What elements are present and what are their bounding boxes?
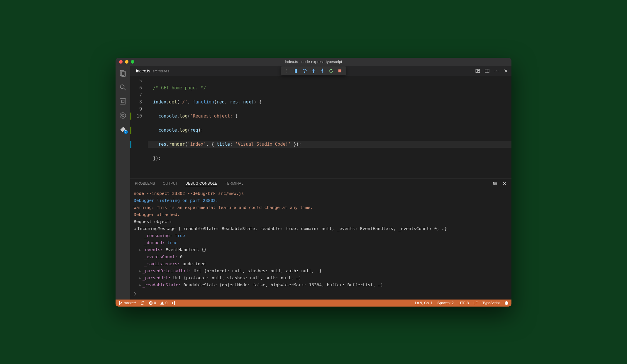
svg-rect-32 xyxy=(296,69,297,73)
window-title: index.ts - node-express-typescript xyxy=(116,59,511,64)
search-icon[interactable] xyxy=(119,84,127,91)
svg-point-35 xyxy=(313,72,314,73)
svg-point-48 xyxy=(505,301,508,305)
clear-console-icon[interactable] xyxy=(493,181,497,186)
repl-input[interactable] xyxy=(138,290,508,297)
cursor-position[interactable]: Ln 9, Col 1 xyxy=(415,301,433,305)
source-control-icon[interactable] xyxy=(119,98,127,105)
svg-point-16 xyxy=(498,71,499,72)
svg-point-27 xyxy=(286,70,287,71)
errors-count[interactable]: 0 xyxy=(149,301,156,305)
status-bar: master* 0 0 Ln 9, Col 1 Spaces: 2 UTF-8 … xyxy=(116,300,511,307)
svg-point-47 xyxy=(174,303,175,305)
line-gutter: 5 6 7 8 9 10 xyxy=(130,77,148,176)
tab-terminal[interactable]: TERMINAL xyxy=(225,181,243,186)
svg-point-49 xyxy=(506,302,506,303)
svg-point-30 xyxy=(288,72,288,72)
svg-point-15 xyxy=(496,71,497,72)
tab-path: src/routes xyxy=(152,69,169,73)
eol[interactable]: LF xyxy=(473,301,478,305)
console-prop: _eventsCount: 0 xyxy=(139,253,508,260)
svg-point-50 xyxy=(507,302,507,303)
code-editor[interactable]: 5 6 7 8 9 10 /* GET home page. */ index.… xyxy=(130,76,511,178)
restart-button[interactable] xyxy=(327,67,335,75)
encoding[interactable]: UTF-8 xyxy=(458,301,469,305)
step-over-button[interactable] xyxy=(300,67,309,75)
svg-rect-4 xyxy=(120,98,126,104)
console-prop[interactable]: ▸_events: EventHandlers {} xyxy=(139,246,508,253)
console-line: Warning: This is an experimental feature… xyxy=(134,204,508,211)
repl-input-row: ❯ xyxy=(134,288,508,297)
svg-point-45 xyxy=(172,302,173,304)
console-line: Debugger attached. xyxy=(134,211,508,218)
step-out-button[interactable] xyxy=(318,67,327,75)
editor-tab[interactable]: index.ts src/routes xyxy=(133,66,172,76)
panel-tabs: PROBLEMS OUTPUT DEBUG CONSOLE TERMINAL xyxy=(130,178,511,189)
console-object-row[interactable]: ◢IncomingMessage {_readableState: Readab… xyxy=(134,225,508,232)
svg-point-28 xyxy=(288,70,288,71)
svg-point-25 xyxy=(286,69,287,70)
console-prop: _maxListeners: undefined xyxy=(139,260,508,267)
console-prop[interactable]: ▸_parsedOriginalUrl: Url {protocol: null… xyxy=(139,267,508,274)
code-body[interactable]: /* GET home page. */ index.get('/', func… xyxy=(148,77,511,176)
console-line: Request object: xyxy=(134,218,508,225)
explorer-icon[interactable] xyxy=(119,69,127,77)
svg-point-41 xyxy=(121,302,122,303)
svg-point-11 xyxy=(478,70,479,71)
svg-point-26 xyxy=(288,69,288,70)
console-line: node --inspect=23802 --debug-brk src/www… xyxy=(134,190,508,197)
drag-handle-icon[interactable] xyxy=(283,67,292,75)
feedback-icon[interactable] xyxy=(504,301,509,305)
activity-bar: 7 xyxy=(116,66,130,300)
extensions-badge: 7 xyxy=(124,130,128,134)
svg-point-39 xyxy=(119,301,120,302)
close-icon[interactable] xyxy=(503,68,509,74)
debug-icon[interactable] xyxy=(119,112,127,119)
console-prop: _dumped: true xyxy=(139,239,508,246)
pause-button[interactable] xyxy=(292,67,300,75)
extensions-icon[interactable]: 7 xyxy=(119,126,127,133)
tab-filename: index.ts xyxy=(136,69,150,73)
stop-button[interactable] xyxy=(335,67,344,75)
svg-rect-38 xyxy=(338,69,341,72)
svg-point-46 xyxy=(174,301,175,302)
svg-rect-5 xyxy=(122,100,124,103)
svg-point-37 xyxy=(322,69,323,69)
console-prop[interactable]: ▸_parsedUrl: Url {protocol: null, slashe… xyxy=(139,274,508,281)
svg-line-3 xyxy=(124,88,126,90)
sync-button[interactable] xyxy=(140,301,145,305)
svg-point-2 xyxy=(120,85,124,89)
svg-rect-31 xyxy=(295,69,296,73)
console-prop[interactable]: ▸_readableState: ReadableState {objectMo… xyxy=(139,281,508,288)
compare-icon[interactable] xyxy=(475,68,480,74)
app-window: index.ts - node-express-typescript 7 xyxy=(116,58,511,307)
debug-console[interactable]: node --inspect=23802 --debug-brk src/www… xyxy=(130,189,511,300)
warnings-count[interactable]: 0 xyxy=(160,301,167,305)
svg-point-40 xyxy=(119,304,120,305)
tab-problems[interactable]: PROBLEMS xyxy=(135,181,155,186)
more-icon[interactable] xyxy=(494,68,499,74)
svg-point-29 xyxy=(286,72,287,72)
svg-point-14 xyxy=(494,71,495,72)
svg-point-33 xyxy=(304,72,305,72)
tab-output[interactable]: OUTPUT xyxy=(163,181,178,186)
tab-debug-console[interactable]: DEBUG CONSOLE xyxy=(185,181,217,187)
close-panel-icon[interactable] xyxy=(502,181,507,186)
editor-content: index.ts src/routes 5 6 7 8 9 10 xyxy=(130,66,511,300)
git-branch[interactable]: master* xyxy=(118,301,136,305)
titlebar: index.ts - node-express-typescript xyxy=(116,58,511,66)
language-mode[interactable]: TypeScript xyxy=(482,301,500,305)
bottom-panel: PROBLEMS OUTPUT DEBUG CONSOLE TERMINAL n… xyxy=(130,178,511,300)
indent-setting[interactable]: Spaces: 2 xyxy=(437,301,454,305)
step-into-button[interactable] xyxy=(309,67,318,75)
console-prop: _consuming: true xyxy=(139,232,508,239)
chevron-right-icon: ❯ xyxy=(134,290,136,297)
svg-rect-9 xyxy=(476,69,477,73)
debug-toolbar[interactable] xyxy=(281,67,346,75)
split-editor-icon[interactable] xyxy=(484,68,490,74)
main-area: 7 index.ts src/routes 5 6 xyxy=(116,66,511,300)
live-share-icon[interactable] xyxy=(172,301,176,305)
console-line: Debugger listening on port 23802. xyxy=(134,197,508,204)
editor-actions xyxy=(475,68,509,74)
